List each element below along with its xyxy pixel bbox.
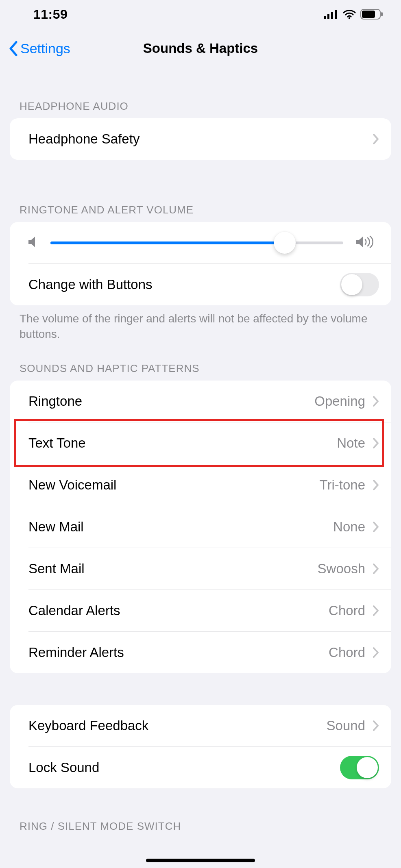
row-calendar-alerts[interactable]: Calendar AlertsChord <box>10 590 391 631</box>
svg-rect-0 <box>324 16 326 19</box>
change-with-buttons-toggle[interactable] <box>340 273 379 296</box>
battery-icon <box>360 9 383 20</box>
row-value: Chord <box>329 603 365 618</box>
row-label: Reminder Alerts <box>28 645 124 660</box>
lock-sound-toggle[interactable] <box>340 756 379 779</box>
row-label: Headphone Safety <box>28 131 139 147</box>
row-value: Tri-tone <box>320 477 365 493</box>
volume-low-icon <box>28 236 38 250</box>
row-label: New Voicemail <box>28 477 116 493</box>
back-label: Settings <box>20 41 70 57</box>
row-text-tone[interactable]: Text ToneNote <box>10 422 391 464</box>
status-time: 11:59 <box>33 7 68 22</box>
svg-rect-3 <box>335 10 337 19</box>
svg-rect-7 <box>381 12 383 16</box>
row-value: Opening <box>314 394 365 409</box>
svg-point-4 <box>349 17 351 19</box>
row-label: Ringtone <box>28 394 82 409</box>
status-bar: 11:59 <box>0 0 401 28</box>
volume-slider-row <box>10 222 391 263</box>
svg-rect-1 <box>327 14 329 19</box>
section-header-patterns: SOUNDS AND HAPTIC PATTERNS <box>0 362 401 381</box>
row-value: Sound <box>327 718 365 733</box>
row-label: Lock Sound <box>28 760 99 775</box>
home-indicator[interactable] <box>146 859 255 862</box>
page-title: Sounds & Haptics <box>143 41 258 56</box>
volume-high-icon <box>355 235 373 250</box>
chevron-right-icon <box>373 605 379 616</box>
group-volume: Change with Buttons <box>10 222 391 305</box>
chevron-left-icon <box>8 41 18 56</box>
row-value: None <box>333 519 365 535</box>
wifi-icon <box>342 9 356 19</box>
chevron-right-icon <box>373 647 379 658</box>
chevron-right-icon <box>373 479 379 491</box>
row-value: Swoosh <box>318 561 365 576</box>
row-reminder-alerts[interactable]: Reminder AlertsChord <box>10 632 391 673</box>
group-headphone: Headphone Safety <box>10 118 391 160</box>
row-keyboard-feedback[interactable]: Keyboard Feedback Sound <box>10 705 391 746</box>
row-new-mail[interactable]: New MailNone <box>10 506 391 548</box>
section-header-ring-switch: RING / SILENT MODE SWITCH <box>0 820 401 833</box>
row-label: Sent Mail <box>28 561 85 576</box>
chevron-right-icon <box>373 133 379 145</box>
svg-rect-2 <box>331 12 333 19</box>
row-new-voicemail[interactable]: New VoicemailTri-tone <box>10 464 391 506</box>
svg-rect-6 <box>362 11 375 18</box>
section-header-headphone: HEADPHONE AUDIO <box>0 100 401 118</box>
chevron-right-icon <box>373 563 379 574</box>
row-sent-mail[interactable]: Sent MailSwoosh <box>10 548 391 590</box>
row-lock-sound[interactable]: Lock Sound <box>10 747 391 788</box>
chevron-right-icon <box>373 396 379 407</box>
status-indicators <box>324 9 383 20</box>
row-value: Chord <box>329 645 365 660</box>
row-ringtone[interactable]: RingtoneOpening <box>10 381 391 422</box>
chevron-right-icon <box>373 521 379 533</box>
chevron-right-icon <box>373 720 379 731</box>
row-label: Text Tone <box>28 435 86 451</box>
group-patterns: RingtoneOpeningText ToneNoteNew Voicemai… <box>10 381 391 673</box>
row-label: Keyboard Feedback <box>28 718 148 733</box>
row-label: Calendar Alerts <box>28 603 120 618</box>
row-change-with-buttons[interactable]: Change with Buttons <box>10 264 391 305</box>
section-footer-volume: The volume of the ringer and alerts will… <box>0 305 401 342</box>
row-value: Note <box>337 435 365 451</box>
section-header-volume: RINGTONE AND ALERT VOLUME <box>0 204 401 222</box>
volume-slider[interactable] <box>50 241 343 244</box>
row-label: New Mail <box>28 519 84 535</box>
chevron-right-icon <box>373 437 379 449</box>
row-headphone-safety[interactable]: Headphone Safety <box>10 118 391 160</box>
row-label: Change with Buttons <box>28 277 153 292</box>
back-button[interactable]: Settings <box>8 41 70 57</box>
group-feedback: Keyboard Feedback Sound Lock Sound <box>10 705 391 788</box>
nav-bar: Settings Sounds & Haptics <box>0 28 401 68</box>
slider-thumb[interactable] <box>274 232 296 254</box>
cellular-icon <box>324 9 338 19</box>
